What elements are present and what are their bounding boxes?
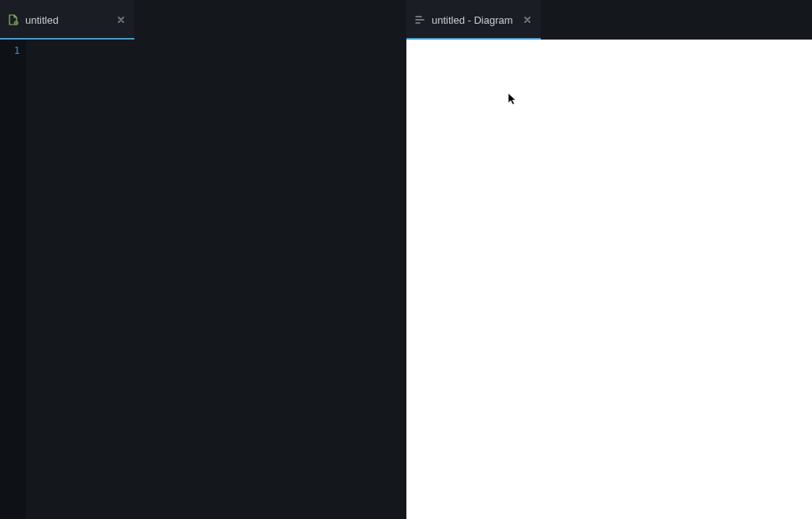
diagram-canvas[interactable] — [406, 40, 812, 519]
editor-pane: untitled 1 — [0, 0, 406, 519]
tab-label: untitled — [25, 14, 109, 26]
tab-diagram[interactable]: untitled - Diagram — [406, 0, 541, 40]
file-new-icon — [8, 14, 19, 25]
close-icon[interactable] — [522, 14, 533, 25]
left-tab-bar: untitled — [0, 0, 406, 40]
right-tab-bar: untitled - Diagram — [406, 0, 812, 40]
editor-text-area[interactable] — [26, 40, 406, 519]
line-gutter: 1 — [0, 40, 26, 519]
diagram-icon — [414, 14, 425, 25]
editor-body: 1 — [0, 40, 406, 519]
tab-untitled[interactable]: untitled — [0, 0, 134, 40]
tab-label: untitled - Diagram — [432, 14, 516, 26]
line-number: 1 — [0, 44, 20, 58]
close-icon[interactable] — [115, 14, 127, 25]
diagram-pane: untitled - Diagram — [406, 0, 812, 519]
